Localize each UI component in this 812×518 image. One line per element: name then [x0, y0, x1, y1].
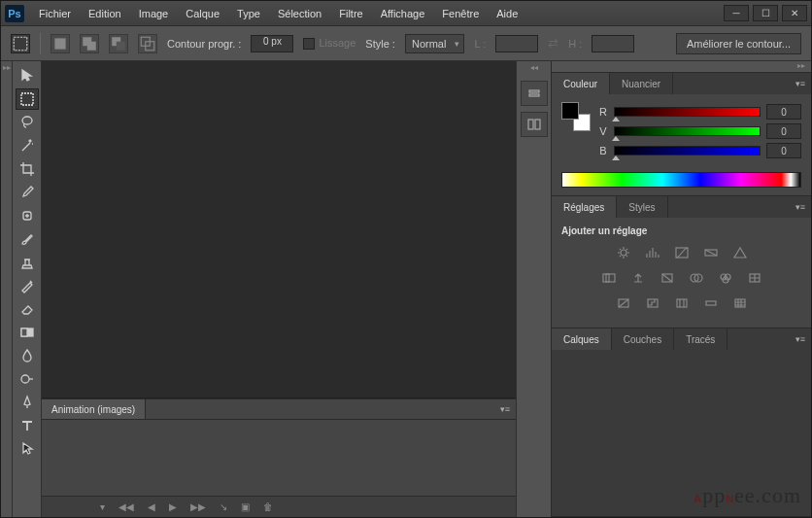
eraser-tool[interactable] — [16, 298, 39, 320]
v-label: V — [598, 125, 608, 137]
lasso-tool[interactable] — [16, 112, 39, 133]
anim-loop-select[interactable]: ▾ — [100, 501, 105, 512]
gradient-map-icon[interactable] — [701, 294, 721, 312]
svg-point-18 — [621, 250, 626, 256]
maximize-button[interactable]: ☐ — [753, 5, 778, 21]
selection-subtract-icon[interactable] — [109, 34, 128, 53]
brightness-icon[interactable] — [614, 244, 633, 261]
anim-tween[interactable]: ↘ — [220, 501, 227, 512]
channel-mixer-icon[interactable] — [716, 269, 735, 287]
b-value[interactable]: 0 — [766, 143, 801, 158]
feather-input[interactable]: 0 px — [251, 35, 293, 52]
anim-new-frame[interactable]: ▣ — [241, 501, 250, 512]
menu-affichage[interactable]: Affichage — [372, 4, 434, 23]
color-panel-menu[interactable]: ▾≡ — [790, 73, 811, 94]
tab-couleur[interactable]: Couleur — [552, 73, 610, 94]
feather-label: Contour progr. : — [167, 38, 241, 50]
b-slider[interactable] — [614, 146, 761, 155]
healing-brush-tool[interactable] — [16, 205, 39, 226]
tab-nuancier[interactable]: Nuancier — [610, 73, 673, 94]
animation-panel-body — [42, 420, 516, 496]
r-slider[interactable] — [614, 107, 761, 117]
menu-image[interactable]: Image — [130, 4, 178, 23]
menu-fichier[interactable]: Fichier — [30, 4, 80, 23]
pen-tool[interactable] — [16, 392, 39, 413]
exposure-icon[interactable] — [701, 244, 721, 261]
v-value[interactable]: 0 — [766, 123, 801, 139]
black-white-icon[interactable] — [658, 269, 677, 287]
layers-panel-menu[interactable]: ▾≡ — [790, 328, 811, 350]
add-adjustment-label: Ajouter un réglage — [561, 225, 801, 236]
color-swatches[interactable] — [561, 102, 591, 131]
adjustments-panel-menu[interactable]: ▾≡ — [790, 196, 811, 218]
svg-rect-33 — [706, 301, 716, 305]
dock-expander[interactable]: ◂◂ — [530, 63, 538, 75]
menu-type[interactable]: Type — [228, 4, 269, 23]
options-bar: Contour progr. : 0 px Lissage Style : No… — [1, 26, 811, 61]
anim-next-frame[interactable]: ▶▶ — [190, 501, 206, 512]
tab-couches[interactable]: Couches — [612, 328, 674, 350]
titlebar: Ps Fichier Edition Image Calque Type Sél… — [1, 1, 811, 26]
color-lookup-icon[interactable] — [745, 269, 764, 287]
toolbox-expander[interactable]: ▸▸ — [1, 61, 13, 517]
anim-first-frame[interactable]: ◀◀ — [118, 501, 134, 512]
invert-icon[interactable] — [614, 294, 633, 312]
dodge-tool[interactable] — [16, 368, 39, 390]
marquee-preset-icon[interactable] — [11, 34, 30, 53]
vibrance-icon[interactable] — [730, 244, 750, 261]
tab-traces[interactable]: Tracés — [674, 328, 727, 350]
refine-edge-button[interactable]: Améliorer le contour... — [676, 33, 801, 54]
animation-panel-menu[interactable]: ▾≡ — [494, 404, 516, 414]
menu-selection[interactable]: Sélection — [269, 4, 330, 23]
color-balance-icon[interactable] — [628, 269, 648, 287]
hue-sat-icon[interactable] — [599, 269, 619, 287]
tab-styles[interactable]: Styles — [617, 196, 667, 218]
posterize-icon[interactable] — [643, 294, 662, 312]
tab-reglages[interactable]: Réglages — [552, 196, 617, 218]
levels-icon[interactable] — [643, 244, 662, 261]
type-tool[interactable] — [16, 415, 39, 436]
history-brush-tool[interactable] — [16, 275, 39, 296]
close-button[interactable]: ✕ — [782, 5, 807, 21]
tab-calques[interactable]: Calques — [552, 328, 612, 350]
curves-icon[interactable] — [672, 244, 692, 261]
selection-add-icon[interactable] — [80, 34, 99, 53]
threshold-icon[interactable] — [672, 294, 692, 312]
eyedropper-tool[interactable] — [16, 182, 39, 203]
photo-filter-icon[interactable] — [687, 269, 706, 287]
anim-delete-frame[interactable]: 🗑 — [263, 501, 273, 512]
properties-panel-button[interactable] — [521, 112, 548, 137]
r-value[interactable]: 0 — [766, 104, 801, 120]
history-panel-button[interactable] — [521, 81, 548, 106]
menu-filtre[interactable]: Filtre — [330, 4, 371, 23]
color-spectrum[interactable] — [561, 172, 801, 188]
svg-rect-34 — [735, 299, 745, 307]
marquee-tool[interactable] — [16, 88, 39, 110]
menu-fenetre[interactable]: Fenêtre — [433, 4, 488, 23]
menu-calque[interactable]: Calque — [177, 4, 228, 23]
anim-play[interactable]: ▶ — [169, 501, 177, 512]
anim-prev-frame[interactable]: ◀ — [148, 501, 155, 512]
canvas-area[interactable] — [42, 61, 516, 398]
minimize-button[interactable]: ─ — [724, 5, 749, 21]
svg-rect-12 — [21, 328, 27, 336]
gradient-tool[interactable] — [16, 322, 39, 343]
selection-intersect-icon[interactable] — [138, 34, 157, 53]
panels-expander[interactable]: ▸▸ — [552, 61, 811, 73]
selection-new-icon[interactable] — [51, 34, 70, 53]
path-selection-tool[interactable] — [16, 438, 39, 460]
brush-tool[interactable] — [16, 228, 39, 250]
menu-edition[interactable]: Edition — [80, 4, 130, 23]
style-select[interactable]: Normal — [405, 34, 464, 53]
blur-tool[interactable] — [16, 345, 39, 366]
menu-aide[interactable]: Aide — [488, 4, 526, 23]
magic-wand-tool[interactable] — [16, 135, 39, 156]
panels-column: ▸▸ Couleur Nuancier ▾≡ R0 V0 B0 — [551, 61, 811, 517]
foreground-swatch[interactable] — [561, 102, 579, 120]
v-slider[interactable] — [614, 126, 761, 136]
crop-tool[interactable] — [16, 158, 39, 180]
animation-tab[interactable]: Animation (images) — [42, 399, 146, 419]
clone-stamp-tool[interactable] — [16, 252, 39, 273]
move-tool[interactable] — [16, 65, 39, 86]
selective-color-icon[interactable] — [730, 294, 750, 312]
